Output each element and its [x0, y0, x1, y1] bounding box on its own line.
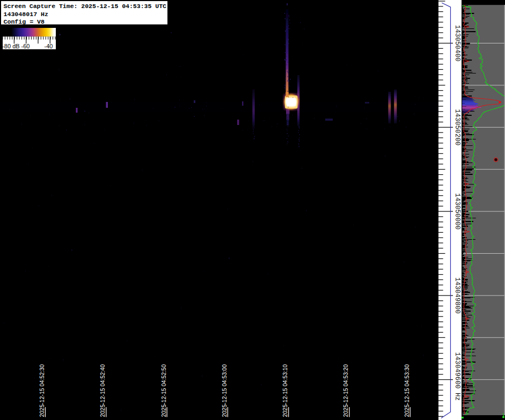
svg-text:2025-12-15 04:53:20: 2025-12-15 04:53:20 [342, 364, 349, 417]
svg-text:Screen Capture Time: 2025-12-1: Screen Capture Time: 2025-12-15 04:53:35… [4, 3, 167, 10]
svg-text:2025-12-15 04:52:30: 2025-12-15 04:52:30 [39, 364, 45, 417]
svg-text:Config = V8: Config = V8 [4, 18, 45, 25]
svg-text:Hz: Hz [453, 393, 461, 401]
svg-text:143050200: 143050200 [453, 109, 461, 145]
svg-text:143050000: 143050000 [453, 193, 461, 230]
svg-text:-80 dB: -80 dB [2, 43, 19, 49]
svg-text:-60: -60 [21, 43, 30, 49]
svg-text:143050400: 143050400 [453, 25, 461, 61]
svg-text:2025-12-15 04:53:10: 2025-12-15 04:53:10 [282, 364, 288, 417]
svg-text:2025-12-15 04:52:50: 2025-12-15 04:52:50 [160, 364, 167, 417]
svg-text:143049600: 143049600 [453, 352, 461, 388]
svg-text:143048017 Hz: 143048017 Hz [4, 11, 49, 18]
svg-text:2025-12-15 04:52:40: 2025-12-15 04:52:40 [99, 364, 106, 417]
svg-text:-40: -40 [45, 43, 53, 49]
svg-text:2025-12-15 04:53:30: 2025-12-15 04:53:30 [404, 364, 410, 417]
svg-text:143049800: 143049800 [453, 277, 461, 314]
svg-text:2025-12-15 04:53:00: 2025-12-15 04:53:00 [221, 364, 228, 417]
